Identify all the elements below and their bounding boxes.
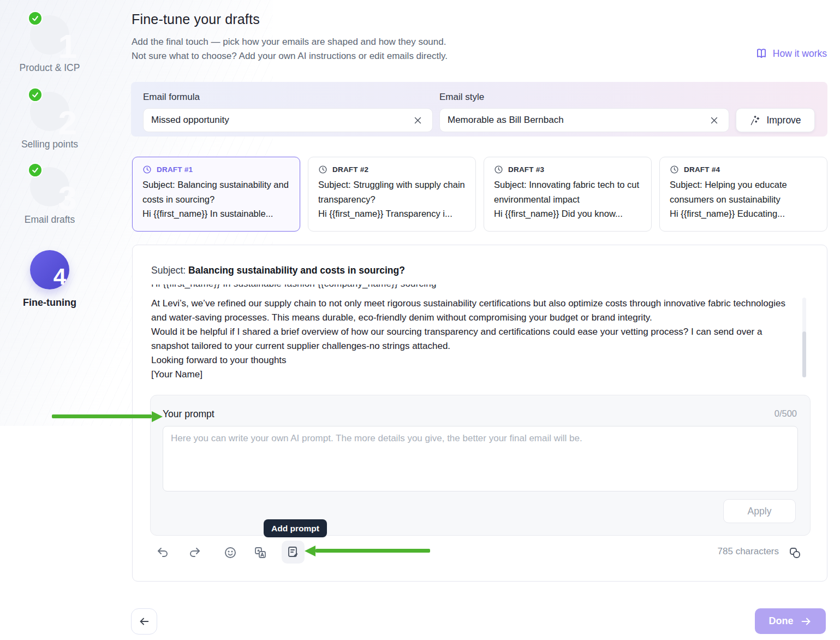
email-paragraph: At Levi’s, we’ve refined our supply chai… [151, 297, 796, 325]
email-formula-input[interactable] [151, 115, 410, 126]
draft-preview: Hi {{first_name}} Transparency i... [318, 206, 466, 221]
copy-icon [788, 546, 801, 559]
draft-preview: Hi {{first_name}} Educating... [670, 206, 817, 221]
improve-button[interactable]: Improve [736, 108, 815, 132]
draft-subject: Subject: Struggling with supply chain tr… [318, 177, 466, 206]
step-circle-4: 4 [30, 250, 69, 289]
redo-icon [188, 546, 201, 559]
step-label: Fine-tuning [3, 297, 96, 309]
page-title: Fine-tune your drafts [132, 11, 260, 27]
apply-button[interactable]: Apply [723, 499, 796, 523]
editor-toolbar: 785 characters [133, 541, 828, 565]
done-button[interactable]: Done [755, 608, 826, 634]
subject-prefix: Subject: [151, 265, 188, 276]
email-style-input[interactable] [448, 115, 707, 126]
clock-icon [142, 165, 152, 174]
prompt-textarea[interactable] [163, 426, 798, 491]
draft-subject: Subject: Balancing sustainability and co… [142, 177, 290, 206]
translate-button[interactable] [252, 544, 269, 561]
prompt-label: Your prompt [163, 408, 215, 420]
step-number: 2 [58, 106, 77, 140]
smiley-icon [224, 546, 237, 559]
email-formula-input-wrap [143, 108, 433, 132]
step-label: Email drafts [3, 214, 96, 226]
prompt-note-icon [287, 546, 300, 559]
draft-preview: Hi {{first_name}} In sustainable... [142, 206, 290, 221]
fine-tuning-screen: 1 Product & ICP 2 Selling points 3 [0, 0, 840, 640]
step-number: 4 [53, 265, 66, 288]
email-editor-card: Subject: Balancing sustainability and co… [132, 245, 827, 582]
step-label: Selling points [3, 139, 96, 150]
check-icon [28, 11, 43, 26]
draft-label: DRAFT #2 [332, 165, 368, 174]
email-style-input-wrap [439, 108, 729, 132]
back-button[interactable] [131, 608, 157, 635]
magic-wand-icon [749, 115, 761, 126]
page-subtitle: Add the final touch — pick how your emai… [132, 35, 448, 63]
arrow-right-icon [800, 615, 812, 627]
step-label: Product & ICP [3, 62, 96, 74]
clock-icon [494, 165, 503, 174]
draft-subject: Subject: Innovating fabric tech to cut e… [494, 177, 641, 206]
email-paragraph: Would it be helpful if I shared a brief … [151, 325, 796, 353]
draft-label: DRAFT #1 [157, 165, 193, 174]
add-prompt-tooltip: Add prompt [264, 519, 327, 537]
translate-icon [254, 546, 267, 559]
step-circle-3: 3 [30, 167, 69, 206]
sidebar-step-selling-points[interactable]: 2 Selling points [3, 92, 96, 150]
book-icon [755, 47, 768, 60]
email-paragraph: Looking forward to your thoughts [151, 353, 796, 368]
prompt-char-counter: 0/500 [775, 408, 797, 419]
formula-style-panel: Email formula Email style Improve [131, 82, 827, 137]
character-count: 785 characters [718, 546, 779, 557]
check-icon [28, 87, 43, 102]
how-it-works-label: How it works [773, 48, 827, 60]
sidebar-step-product-icp[interactable]: 1 Product & ICP [3, 15, 96, 74]
undo-icon [157, 546, 170, 559]
clear-style-icon[interactable] [707, 113, 721, 127]
sidebar-step-email-drafts[interactable]: 3 Email drafts [3, 167, 96, 226]
clock-icon [318, 165, 327, 174]
step-number: 3 [58, 181, 77, 215]
email-paragraph: [Your Name] [151, 368, 796, 382]
improve-label: Improve [766, 115, 801, 126]
undo-button[interactable] [154, 544, 172, 561]
clock-icon [670, 165, 679, 174]
draft-label: DRAFT #4 [684, 165, 720, 174]
subject-text: Balancing sustainability and costs in so… [188, 265, 405, 276]
step-number: 1 [58, 29, 77, 63]
subtitle-line-1: Add the final touch — pick how your emai… [132, 35, 448, 49]
draft-preview: Hi {{first_name}} Did you know... [494, 206, 641, 221]
arrow-left-icon [138, 615, 150, 627]
check-icon [28, 163, 43, 177]
email-subject-line: Subject: Balancing sustainability and co… [151, 265, 405, 276]
step-circle-2: 2 [30, 92, 69, 131]
draft-label: DRAFT #3 [508, 165, 544, 174]
draft-subject: Subject: Helping you educate consumers o… [670, 177, 817, 206]
draft-card-2[interactable]: DRAFT #2 Subject: Struggling with supply… [308, 157, 476, 232]
ai-prompt-panel: Your prompt 0/500 Apply [150, 395, 811, 536]
email-style-label: Email style [439, 92, 484, 103]
email-body[interactable]: At Levi’s, we’ve refined our supply chai… [151, 297, 796, 382]
clipped-scrolled-line: Hi {{first_name}} In sustainable fashion… [151, 285, 784, 292]
scrollbar-thumb[interactable] [802, 331, 806, 377]
clear-formula-icon[interactable] [410, 113, 425, 127]
subtitle-line-2: Not sure what to choose? Add your own AI… [132, 49, 448, 63]
draft-card-3[interactable]: DRAFT #3 Subject: Innovating fabric tech… [484, 157, 652, 232]
copy-button[interactable] [787, 544, 803, 561]
done-label: Done [769, 615, 794, 627]
emoji-button[interactable] [222, 544, 239, 561]
email-body-scrollbar[interactable] [802, 298, 806, 377]
email-formula-label: Email formula [143, 92, 200, 103]
add-prompt-button[interactable] [282, 541, 305, 564]
draft-card-4[interactable]: DRAFT #4 Subject: Helping you educate co… [659, 157, 827, 232]
step-circle-1: 1 [30, 15, 69, 55]
draft-card-1[interactable]: DRAFT #1 Subject: Balancing sustainabili… [132, 157, 300, 232]
sidebar-step-fine-tuning[interactable]: 4 Fine-tuning [3, 250, 96, 309]
how-it-works-link[interactable]: How it works [755, 47, 827, 60]
redo-button[interactable] [186, 544, 203, 561]
